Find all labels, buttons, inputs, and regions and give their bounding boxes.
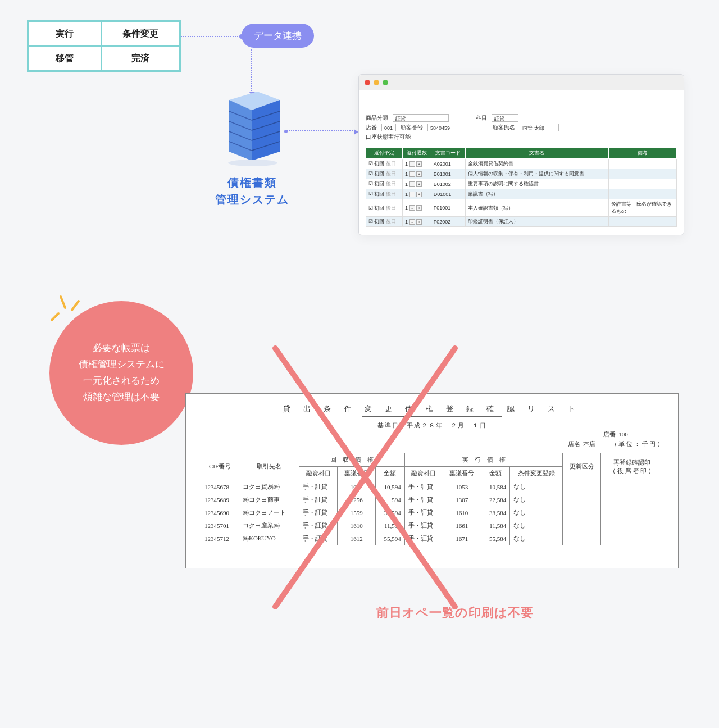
label-status: 口座状態実行可能 <box>366 132 677 142</box>
doc-cell-code: B01002 <box>431 179 465 189</box>
doc-cell-name: 本人確認書類（写） <box>465 199 608 217</box>
app-window: 商品分類 証貸 科目 証貸 店番 001 顧客番号 5840459 顧客氏名 国… <box>358 74 684 235</box>
connector-server-to-window <box>286 130 355 131</box>
rh-ringi2: 稟議番号 <box>443 467 481 480</box>
doc-cell-count: 1 - + <box>403 189 431 199</box>
svg-line-14 <box>72 301 79 310</box>
report-row: 12345690㈱コクヨノート手・証貸155939,594手・証貸161038,… <box>201 506 663 519</box>
rc-s1: 手・証貸 <box>299 519 338 532</box>
rc-r2: 1671 <box>443 532 481 545</box>
caption-no-print: 前日オペ一覧の印刷は不要 <box>376 604 534 621</box>
doc-cell-count: 1 - + <box>403 159 431 169</box>
rh-ringi1: 稟議番号 <box>338 467 376 480</box>
doc-cell-count: 1 - + <box>403 217 431 227</box>
rc-s2: 手・証貸 <box>404 532 443 545</box>
minimize-icon[interactable] <box>374 80 379 85</box>
rc-update <box>563 532 601 545</box>
event-grid: 実行 条件変更 移管 完済 <box>27 20 181 72</box>
col-return-count: 返付通数 <box>403 148 431 159</box>
doc-cell-plan: ☑ 初回 後日 <box>366 169 402 179</box>
rc-s2: 手・証貸 <box>404 493 443 506</box>
rh-seal: 再登録確認印 （ 役 席 者 印 ） <box>601 453 663 480</box>
svg-marker-2 <box>252 100 280 161</box>
doc-cell-remark <box>608 189 677 199</box>
window-titlebar <box>359 75 684 90</box>
svg-point-11 <box>228 160 277 166</box>
rc-seal <box>601 493 663 506</box>
rc-r1: 1610 <box>338 519 376 532</box>
rc-update <box>563 493 601 506</box>
report-row: 12345678コクヨ貿易㈱手・証貸100210,594手・証貸105310,5… <box>201 480 663 494</box>
label-subject: 科目 <box>476 113 487 122</box>
doc-cell-remark <box>608 179 677 189</box>
report-row: 12345712㈱KOKUYO手・証貸161255,594手・証貸167155,… <box>201 532 663 545</box>
rc-cif: 12345678 <box>201 480 239 494</box>
close-icon[interactable] <box>365 80 370 85</box>
doc-cell-code: F01001 <box>431 199 465 217</box>
rc-a1: 10,594 <box>376 480 405 494</box>
rc-s1: 手・証貸 <box>299 480 338 494</box>
col-remark: 備考 <box>608 148 677 159</box>
rc-update <box>563 506 601 519</box>
rh-update: 更新区分 <box>563 453 601 480</box>
rc-s1: 手・証貸 <box>299 532 338 545</box>
rc-r2: 1053 <box>443 480 481 494</box>
report-title: 貸 出 条 件 変 更 債 権 登 録 確 認 リ ス ト <box>201 404 663 414</box>
doc-row: ☑ 初回 後日1 - +D01001稟議書（写） <box>366 189 677 199</box>
rh-seal-l1: 再登録確認印 <box>613 459 650 466</box>
rc-a1: 11,594 <box>376 519 405 532</box>
rh-subj1: 融資科目 <box>299 467 338 480</box>
rc-cif: 12345712 <box>201 532 239 545</box>
summary-circle: 必要な帳票は 債権管理システムに 一元化されるため 煩雑な管理は不要 <box>49 301 193 445</box>
doc-cell-plan: ☑ 初回 後日 <box>366 217 402 227</box>
rh-amt1: 金額 <box>376 467 405 480</box>
document-table: 返付予定 返付通数 文書コード 文書名 備考 ☑ 初回 後日1 - +A0200… <box>366 147 677 227</box>
rc-client: コクヨ産業㈱ <box>239 519 299 532</box>
field-category[interactable]: 証貸 <box>393 114 449 122</box>
field-custname[interactable]: 国管 太郎 <box>520 124 559 131</box>
rc-cond: なし <box>510 493 563 506</box>
report-unit: （ 単 位 ： 千 円 ） <box>611 440 664 447</box>
rc-client: ㈱コクヨノート <box>239 506 299 519</box>
rc-a2: 55,584 <box>481 532 510 545</box>
label-custno: 顧客番号 <box>401 122 423 132</box>
field-subject[interactable]: 証貸 <box>492 114 518 122</box>
server-icon <box>218 89 285 167</box>
rc-s2: 手・証貸 <box>404 506 443 519</box>
report-table: CIF番号 取引先名 回 収 債 権 実 行 債 権 更新区分 再登録確認印 （… <box>201 453 663 545</box>
rh-subj2: 融資科目 <box>404 467 443 480</box>
rc-r2: 1307 <box>443 493 481 506</box>
rc-client: ㈱コクヨ商事 <box>239 493 299 506</box>
rh-seal-l2: （ 役 席 者 印 ） <box>609 467 654 474</box>
field-branch[interactable]: 001 <box>381 124 396 131</box>
label-category: 商品分類 <box>366 113 388 122</box>
rc-s2: 手・証貸 <box>404 519 443 532</box>
rc-client: ㈱KOKUYO <box>239 532 299 545</box>
rc-cond: なし <box>510 506 563 519</box>
maximize-icon[interactable] <box>383 80 388 85</box>
col-return-plan: 返付予定 <box>366 148 402 159</box>
doc-cell-code: A02001 <box>431 159 465 169</box>
rc-r1: 1002 <box>338 480 376 494</box>
doc-cell-count: 1 - + <box>403 169 431 179</box>
server-label-line1: 債権書類 <box>227 176 277 189</box>
doc-cell-count: 1 - + <box>403 179 431 189</box>
rc-a1: 594 <box>376 493 405 506</box>
server-label-line2: 管理システム <box>215 193 289 206</box>
field-custno[interactable]: 5840459 <box>427 124 454 131</box>
rc-s2: 手・証貸 <box>404 480 443 494</box>
rc-s1: 手・証貸 <box>299 506 338 519</box>
rh-cond: 条件変更登録 <box>510 467 563 480</box>
circle-line4: 煩雑な管理は不要 <box>83 392 160 402</box>
doc-cell-name: 金銭消費貸借契約書 <box>465 159 608 169</box>
doc-row: ☑ 初回 後日1 - +A02001金銭消費貸借契約書 <box>366 159 677 169</box>
cell-complete: 完済 <box>101 46 180 71</box>
rc-a2: 11,584 <box>481 519 510 532</box>
report-date: 基準日 平成２８年 ２月 １日 <box>201 421 663 430</box>
report-sheet: 貸 出 条 件 変 更 債 権 登 録 確 認 リ ス ト 基準日 平成２８年 … <box>185 393 679 568</box>
doc-row: ☑ 初回 後日1 - +F02002印鑑証明書（保証人） <box>366 217 677 227</box>
doc-cell-count: 1 - + <box>403 199 431 217</box>
rh-client: 取引先名 <box>239 453 299 480</box>
label-branch: 店番 <box>366 122 377 132</box>
doc-cell-name: 稟議書（写） <box>465 189 608 199</box>
